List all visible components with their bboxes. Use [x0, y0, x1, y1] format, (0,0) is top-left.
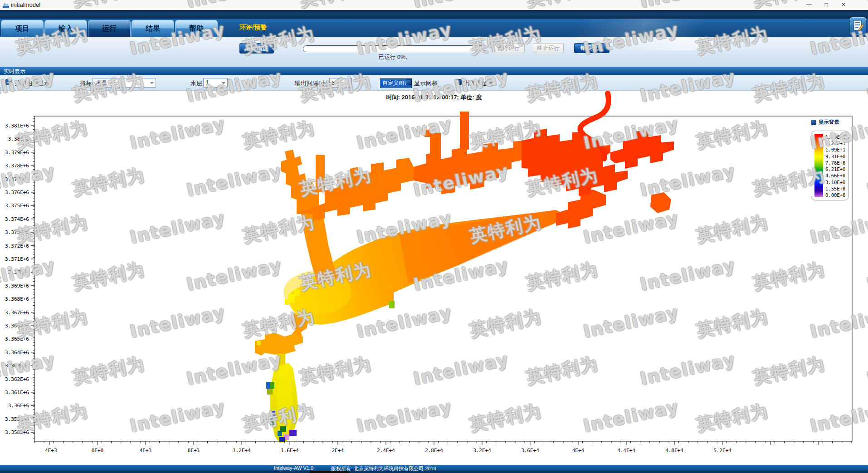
map-channel-stub — [460, 112, 469, 150]
svg-text:3.37E+6: 3.37E+6 — [8, 269, 29, 275]
svg-text:3.369E+6: 3.369E+6 — [5, 283, 29, 289]
indicator-label: 指标 — [80, 79, 92, 88]
colorbar-tick-label: 7.76E+0 — [825, 160, 845, 166]
show-grid-label: 显示网格 — [414, 79, 438, 88]
svg-text:3.6E+4: 3.6E+4 — [521, 448, 539, 453]
colorbar-tick-label: 3.10E+0 — [825, 180, 845, 185]
map-cold-spot — [389, 301, 395, 308]
svg-text:3.376E+6: 3.376E+6 — [5, 190, 29, 195]
indicator-select[interactable]: 水温 — [93, 78, 156, 88]
chevron-down-icon — [222, 82, 225, 84]
colorbar-labels: 1.40E+11.24E+11.09E+19.31E+07.76E+06.21E… — [825, 134, 845, 198]
svg-text:3.362E+6: 3.362E+6 — [5, 376, 29, 382]
svg-text:3.375E+6: 3.375E+6 — [5, 203, 29, 209]
svg-text:3.377E+6: 3.377E+6 — [5, 176, 29, 182]
inout-flow-label: 出入流位置 — [464, 79, 493, 88]
svg-text:-4E+3: -4E+3 — [42, 448, 57, 453]
map-cold-spot — [279, 437, 285, 442]
tab-help[interactable]: 帮助 — [175, 20, 218, 37]
top-nav-band — [0, 10, 868, 19]
svg-text:3.378E+6: 3.378E+6 — [5, 163, 29, 169]
show-background-row: 显示背景 — [811, 119, 839, 126]
map-fork-center-stub — [316, 155, 325, 192]
svg-text:2E+4: 2E+4 — [332, 448, 344, 453]
title-bar: initialmodel — □ ✕ — [0, 0, 868, 10]
indicator-value: 水温 — [95, 80, 107, 86]
svg-text:3.36E+6: 3.36E+6 — [8, 403, 29, 409]
colorbar-tick-label: 0.00E+0 — [825, 192, 845, 198]
svg-text:2.8E+4: 2.8E+4 — [425, 448, 443, 453]
tab-run[interactable]: 运行 — [88, 20, 131, 37]
document-pencil-icon — [850, 18, 866, 34]
svg-text:3.381E+6: 3.381E+6 — [5, 123, 29, 129]
stop-run-button[interactable]: 终止运行 — [533, 43, 564, 53]
map-channel-stub-cap — [424, 130, 433, 137]
svg-text:3.359E+6: 3.359E+6 — [5, 416, 29, 422]
map-cold-spot — [267, 389, 273, 395]
realtime-display-header: 实时显示 — [0, 67, 868, 75]
run-toolbar: 运行模型 已运行 0%。 暂停运行 终止运行 错误信息 — [0, 37, 868, 67]
svg-text:4.8E+4: 4.8E+4 — [665, 448, 683, 453]
svg-text:3.379E+6: 3.379E+6 — [5, 150, 29, 156]
colorbar-tick-label: 6.21E+0 — [825, 166, 845, 172]
layer-label: 水层 — [190, 79, 202, 88]
map-cold-spot — [270, 382, 274, 389]
app-icon — [2, 1, 10, 9]
map-cold-spot — [271, 411, 275, 418]
map-cold-spot — [270, 418, 275, 425]
svg-text:2.4E+4: 2.4E+4 — [377, 448, 395, 453]
svg-text:3.372E+6: 3.372E+6 — [5, 243, 29, 249]
svg-text:3.358E+6: 3.358E+6 — [5, 429, 29, 435]
plot-content-area: 时间: 2016-01-01 12:00:17; 单位: 度 — [0, 91, 868, 465]
ribbon-bar: 项目 输入 运行 结果 帮助 环评/预警 — [0, 19, 868, 37]
svg-text:3.374E+6: 3.374E+6 — [5, 216, 29, 222]
svg-text:3.367E+6: 3.367E+6 — [5, 310, 29, 316]
svg-text:3.364E+6: 3.364E+6 — [5, 350, 29, 356]
colorbar-tick-label: 9.31E+0 — [825, 154, 845, 159]
tab-env-warning[interactable]: 环评/预警 — [239, 24, 267, 32]
map-west-spike — [294, 289, 299, 296]
temperature-map-plot: -4E+30E+04E+38E+31.2E+41.6E+42E+42.4E+42… — [0, 91, 868, 465]
window-title: initialmodel — [11, 1, 40, 8]
svg-text:1.2E+4: 1.2E+4 — [233, 448, 251, 453]
svg-text:3.365E+6: 3.365E+6 — [5, 336, 29, 342]
pause-run-button[interactable]: 暂停运行 — [492, 43, 525, 53]
tab-result[interactable]: 结果 — [132, 20, 174, 37]
error-info-button[interactable]: 错误信息 — [574, 43, 610, 53]
svg-text:4.4E+4: 4.4E+4 — [617, 448, 635, 453]
output-interval-input[interactable] — [329, 78, 352, 88]
map-channel-stub — [430, 133, 441, 167]
map-cold-spot — [266, 382, 270, 389]
maximize-button[interactable]: □ — [818, 0, 834, 10]
run-status-text: 已运行 0%。 — [379, 54, 411, 61]
colorbar-tick-label: 1.40E+1 — [825, 134, 845, 140]
minimize-button[interactable]: — — [801, 0, 817, 10]
svg-text:3.2E+4: 3.2E+4 — [473, 448, 491, 453]
run-progress-bar — [303, 45, 484, 52]
layer-select[interactable]: 1 — [203, 78, 228, 88]
svg-text:1.6E+4: 1.6E+4 — [281, 448, 299, 453]
colorbar-tick-label: 1.55E+0 — [825, 186, 845, 191]
close-graph-label: 关闭图形显示 — [15, 79, 50, 88]
colorbar-gradient — [814, 134, 823, 197]
inout-flow-checkbox[interactable] — [456, 79, 462, 85]
svg-text:3.38E+6: 3.38E+6 — [8, 136, 29, 142]
colorbar-tick-label: 4.66E+0 — [825, 173, 845, 178]
chevron-down-icon — [150, 82, 154, 84]
report-icon-button[interactable] — [850, 17, 866, 34]
output-interval-label: 输出间隔(小时) — [295, 79, 334, 88]
svg-text:8E+3: 8E+3 — [188, 448, 200, 453]
map-cold-spot — [289, 430, 297, 436]
svg-text:3.371E+6: 3.371E+6 — [5, 256, 29, 262]
colorbar-legend: 1.40E+11.24E+11.09E+19.31E+07.76E+06.21E… — [811, 131, 849, 200]
run-model-button[interactable]: 运行模型 — [239, 43, 274, 54]
close-button[interactable]: ✕ — [835, 0, 852, 10]
map-west-spike — [288, 294, 295, 303]
tab-input[interactable]: 输入 — [44, 20, 87, 37]
close-graph-checkbox[interactable]: ✓ — [5, 79, 12, 85]
svg-text:0E+0: 0E+0 — [92, 448, 104, 453]
tab-project[interactable]: 项目 — [1, 20, 44, 37]
status-bar: Intelway-AW V1.0 版权所有: 北京英特利为环境科技有限公司 20… — [0, 465, 868, 471]
show-background-checkbox[interactable] — [811, 120, 816, 125]
show-grid-checkbox[interactable] — [406, 79, 412, 85]
